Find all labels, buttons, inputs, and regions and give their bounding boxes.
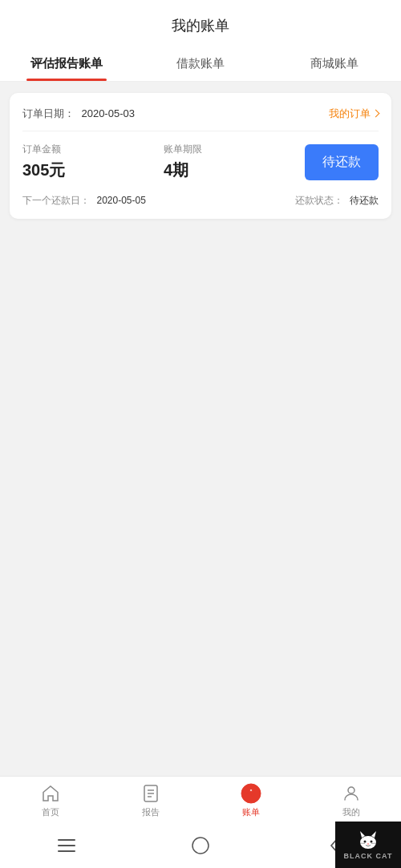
repay-status-area: 还款状态： 待还款 [295,192,379,208]
next-date-label: 下一个还款日： [22,195,90,206]
order-date-label: 订单日期： [22,107,75,119]
nav-label-home: 首页 [42,806,59,818]
amount-block: 订单金额 305元 [22,143,164,181]
home-icon [40,783,61,804]
svg-rect-7 [58,839,75,841]
page-title: 我的账单 [172,18,229,34]
svg-point-11 [360,836,376,849]
card-info-row: 订单金额 305元 账单期限 4期 待还款 [22,143,379,181]
nav-label-report: 报告 [142,806,160,818]
bottom-nav: 首页 报告 账单 [0,776,401,826]
order-card: 订单日期： 2020-05-03 我的订单 订单金额 305元 账单期限 4期 … [10,93,391,219]
period-label: 账单期限 [164,143,305,156]
next-date-value: 2020-05-05 [96,195,145,206]
repay-status-value: 待还款 [350,195,379,206]
next-date-area: 下一个还款日： 2020-05-05 [22,192,146,208]
black-cat-logo: BLACK CAT [335,822,401,868]
page-header: 我的账单 [0,0,401,46]
nav-label-bill: 账单 [242,806,260,818]
report-icon [140,783,161,804]
card-footer-row: 下一个还款日： 2020-05-05 还款状态： 待还款 [22,192,379,208]
nav-item-mine[interactable]: 我的 [301,783,401,818]
card-divider [22,131,379,131]
tab-bar: 评估报告账单 借款账单 商城账单 [0,46,401,82]
black-cat-text: BLACK CAT [344,852,393,860]
nav-label-mine: 我的 [342,806,360,818]
amount-label: 订单金额 [22,143,164,156]
svg-marker-12 [360,831,365,838]
svg-point-16 [367,843,369,845]
svg-point-14 [364,841,367,843]
mine-icon [341,783,362,804]
repay-status-label: 还款状态： [295,195,343,206]
order-date-value: 2020-05-03 [81,107,135,119]
my-order-link[interactable]: 我的订单 [329,107,379,121]
bill-icon [241,783,261,804]
card-header-row: 订单日期： 2020-05-03 我的订单 [22,106,379,121]
svg-point-6 [348,787,354,793]
main-content: 订单日期： 2020-05-03 我的订单 订单金额 305元 账单期限 4期 … [0,82,401,776]
system-nav-bar: BLACK CAT [0,826,401,868]
cat-icon [355,830,381,850]
chevron-right-icon [372,110,380,118]
svg-rect-9 [58,850,75,852]
amount-value: 305元 [22,159,164,181]
nav-item-home[interactable]: 首页 [0,783,100,818]
tab-mall[interactable]: 商城账单 [267,46,401,81]
nav-item-bill[interactable]: 账单 [200,783,301,818]
svg-rect-8 [58,845,75,846]
svg-rect-10 [192,838,209,854]
svg-point-15 [371,841,373,843]
period-value: 4期 [164,159,305,181]
tab-loan[interactable]: 借款账单 [134,46,268,81]
home-button[interactable] [189,834,212,857]
tab-evaluation[interactable]: 评估报告账单 [0,46,134,81]
period-block: 账单期限 4期 [164,143,305,181]
svg-marker-13 [371,831,376,838]
svg-point-5 [249,789,252,792]
menu-button[interactable] [55,834,78,857]
repay-button[interactable]: 待还款 [305,144,379,180]
order-date-area: 订单日期： 2020-05-03 [22,106,135,121]
nav-item-report[interactable]: 报告 [100,783,200,818]
